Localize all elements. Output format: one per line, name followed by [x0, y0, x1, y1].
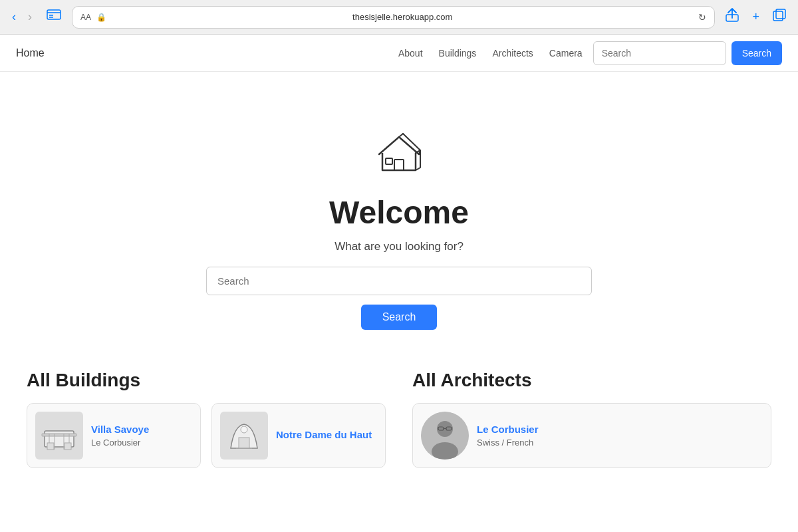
villa-savoye-thumbnail: [35, 412, 83, 460]
hero-search-button[interactable]: Search: [361, 305, 438, 330]
building-card-villa-savoye[interactable]: Villa Savoye Le Corbusier: [27, 403, 201, 468]
lock-icon: 🔒: [96, 13, 106, 22]
villa-savoye-sub: Le Corbusier: [91, 438, 149, 448]
browser-action-buttons: +: [722, 5, 790, 29]
notre-dame-thumbnail: [220, 412, 268, 460]
address-bar[interactable]: AA 🔒 thesisjelle.herokuapp.com ↻: [72, 6, 715, 29]
nav-link-about[interactable]: About: [398, 48, 423, 59]
svg-rect-5: [773, 11, 783, 21]
svg-rect-6: [776, 9, 785, 19]
nav-link-buildings[interactable]: Buildings: [439, 48, 477, 59]
hero-icon: [372, 125, 426, 181]
svg-rect-8: [386, 158, 392, 164]
svg-point-20: [241, 426, 247, 433]
browser-chrome: ‹ › AA 🔒 thesisjelle.herokuapp.com ↻ +: [0, 0, 798, 35]
architect-card-le-corbusier[interactable]: Le Corbusier Swiss / French: [412, 403, 771, 468]
building-card-notre-dame[interactable]: Notre Dame du Haut: [211, 403, 386, 468]
notre-dame-name: Notre Dame du Haut: [276, 429, 372, 440]
aa-label: AA: [80, 13, 91, 22]
buildings-cards-row: Villa Savoye Le Corbusier Notre Dame du …: [27, 403, 386, 468]
architects-section-title: All Architects: [412, 370, 771, 391]
villa-savoye-info: Villa Savoye Le Corbusier: [91, 424, 149, 448]
reload-button[interactable]: ↻: [698, 12, 706, 23]
app-navbar: Home About Buildings Architects Camera S…: [0, 35, 798, 72]
svg-rect-7: [394, 160, 404, 170]
navbar-search-button[interactable]: Search: [732, 41, 782, 65]
bookmarks-button[interactable]: [43, 7, 65, 27]
browser-nav-buttons: ‹ ›: [8, 7, 36, 27]
svg-rect-19: [239, 438, 249, 448]
new-tab-button[interactable]: +: [748, 7, 763, 27]
nav-links: About Buildings Architects Camera: [398, 48, 583, 59]
hero-subtitle: What are you looking for?: [334, 240, 464, 253]
buildings-section-title: All Buildings: [27, 370, 386, 391]
svg-rect-18: [65, 443, 71, 450]
hero-title: Welcome: [329, 194, 469, 231]
url-text: thesisjelle.herokuapp.com: [112, 12, 693, 22]
le-corbusier-name: Le Corbusier: [477, 424, 539, 435]
back-button[interactable]: ‹: [8, 7, 20, 27]
le-corbusier-sub: Swiss / French: [477, 438, 539, 448]
home-link[interactable]: Home: [16, 47, 45, 59]
architects-cards-row: Le Corbusier Swiss / French: [412, 403, 771, 468]
hero-section: Welcome What are you looking for? Search: [0, 72, 798, 370]
villa-savoye-name: Villa Savoye: [91, 424, 149, 435]
svg-rect-17: [47, 443, 54, 450]
nav-link-camera[interactable]: Camera: [549, 48, 583, 59]
navbar-search-group: Search: [593, 41, 782, 65]
share-button[interactable]: [722, 5, 743, 29]
tabs-overview-button[interactable]: [769, 6, 790, 28]
le-corbusier-info: Le Corbusier Swiss / French: [477, 424, 539, 448]
navbar-search-input[interactable]: [593, 41, 726, 65]
forward-button[interactable]: ›: [24, 7, 36, 27]
hero-search-input[interactable]: [206, 267, 592, 295]
buildings-section: All Buildings Vill: [27, 370, 386, 468]
nav-link-architects[interactable]: Architects: [492, 48, 533, 59]
notre-dame-info: Notre Dame du Haut: [276, 429, 372, 443]
svg-rect-0: [47, 10, 61, 19]
sections-row: All Buildings Vill: [0, 370, 798, 488]
svg-line-9: [399, 134, 403, 137]
architects-section: All Architects Le Corbusier: [412, 370, 771, 468]
svg-rect-12: [42, 434, 76, 436]
le-corbusier-avatar: [421, 412, 469, 460]
